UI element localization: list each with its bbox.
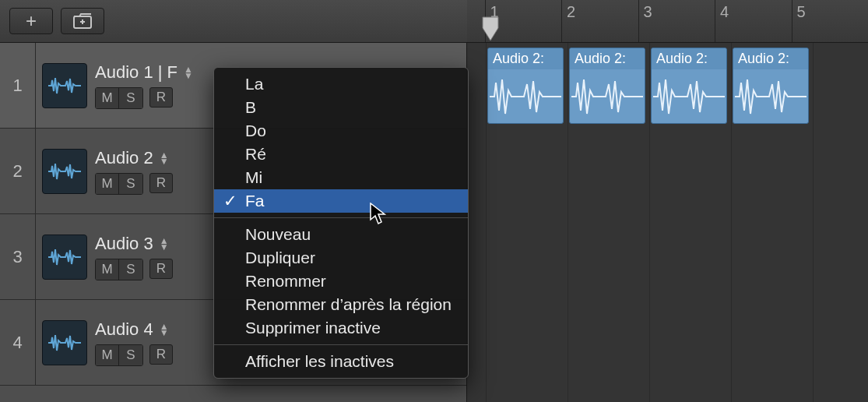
track-number: 2 — [0, 129, 36, 213]
ruler-mark: 2 — [561, 0, 638, 42]
audio-region[interactable]: Audio 2: — [569, 48, 645, 124]
track-icon — [42, 149, 87, 194]
audio-region[interactable]: Audio 2: — [651, 48, 727, 124]
region-waveform — [488, 69, 563, 123]
region-label: Audio 2: — [733, 48, 808, 69]
track-name: Audio 4 — [95, 319, 153, 340]
waveform-icon — [47, 245, 83, 269]
track-alt-stepper[interactable]: ▲▼ — [160, 152, 169, 164]
region-label: Audio 2: — [652, 48, 726, 69]
track-number: 4 — [0, 300, 36, 385]
solo-button[interactable]: S — [119, 174, 142, 194]
track-suffix: | F — [158, 62, 177, 83]
track-icon — [42, 63, 87, 108]
waveform-icon — [47, 74, 83, 97]
menu-item-renommer-region[interactable]: Renommer d’après la région — [214, 293, 468, 316]
mute-button[interactable]: M — [96, 174, 119, 194]
region-waveform — [652, 69, 726, 123]
menu-item-fa[interactable]: ✓ Fa — [214, 189, 468, 213]
track-name: Audio 1 — [95, 62, 153, 83]
menu-item-b[interactable]: B — [214, 96, 468, 119]
track-alt-stepper[interactable]: ▲▼ — [160, 238, 169, 250]
menu-item-do[interactable]: Do — [214, 119, 468, 143]
track-number: 1 — [0, 43, 36, 128]
folder-plus-icon — [73, 13, 92, 29]
menu-item-nouveau[interactable]: Nouveau — [214, 223, 468, 246]
menu-separator — [214, 217, 468, 218]
menu-item-renommer[interactable]: Renommer — [214, 270, 468, 293]
menu-item-afficher-inactives[interactable]: Afficher les inactives — [214, 350, 468, 373]
track-name: Audio 3 — [95, 234, 153, 254]
track-alt-stepper[interactable]: ▲▼ — [184, 66, 193, 79]
menu-separator — [214, 344, 468, 345]
solo-button[interactable]: S — [119, 259, 142, 280]
ruler-mark: 4 — [715, 0, 792, 42]
record-enable-button[interactable]: R — [149, 87, 173, 108]
region-label: Audio 2: — [488, 48, 563, 69]
region-label: Audio 2: — [570, 48, 645, 69]
audio-region[interactable]: Audio 2: — [733, 48, 809, 124]
solo-button[interactable]: S — [119, 345, 142, 365]
record-enable-button[interactable]: R — [149, 344, 173, 365]
menu-item-dupliquer[interactable]: Dupliquer — [214, 246, 468, 270]
add-track-button[interactable]: + — [9, 8, 53, 34]
mute-button[interactable]: M — [96, 259, 119, 280]
timeline-ruler[interactable]: 1 2 3 4 5 — [467, 0, 868, 43]
track-number: 3 — [0, 214, 36, 299]
menu-item-la[interactable]: La — [214, 72, 468, 96]
playhead[interactable] — [481, 16, 500, 42]
menu-item-re[interactable]: Ré — [214, 143, 468, 166]
menu-item-mi[interactable]: Mi — [214, 166, 468, 189]
record-enable-button[interactable]: R — [149, 259, 173, 279]
menu-item-supprimer-inactive[interactable]: Supprimer inactive — [214, 316, 468, 340]
solo-button[interactable]: S — [119, 88, 142, 108]
record-enable-button[interactable]: R — [149, 173, 173, 193]
check-icon: ✓ — [223, 192, 237, 210]
mute-button[interactable]: M — [96, 345, 119, 365]
add-folder-button[interactable] — [61, 8, 104, 34]
cursor-arrow-icon — [370, 203, 387, 229]
waveform-icon — [47, 160, 83, 183]
waveform-icon — [47, 331, 83, 354]
audio-region[interactable]: Audio 2: — [487, 48, 564, 124]
track-icon — [42, 320, 87, 365]
track-name: Audio 2 — [95, 148, 153, 168]
ruler-mark: 3 — [638, 0, 715, 42]
region-waveform — [733, 69, 808, 123]
plus-icon: + — [26, 10, 37, 32]
ruler-mark: 5 — [792, 0, 869, 42]
track-alternatives-menu: La B Do Ré Mi ✓ Fa Nouveau Dupliquer Ren… — [213, 67, 469, 379]
region-waveform — [570, 69, 645, 123]
mute-button[interactable]: M — [96, 88, 119, 108]
track-alt-stepper[interactable]: ▲▼ — [160, 323, 169, 336]
timeline-area[interactable]: Audio 2: Audio 2: Audio 2: Audio 2: — [467, 43, 868, 402]
track-icon — [42, 235, 87, 280]
